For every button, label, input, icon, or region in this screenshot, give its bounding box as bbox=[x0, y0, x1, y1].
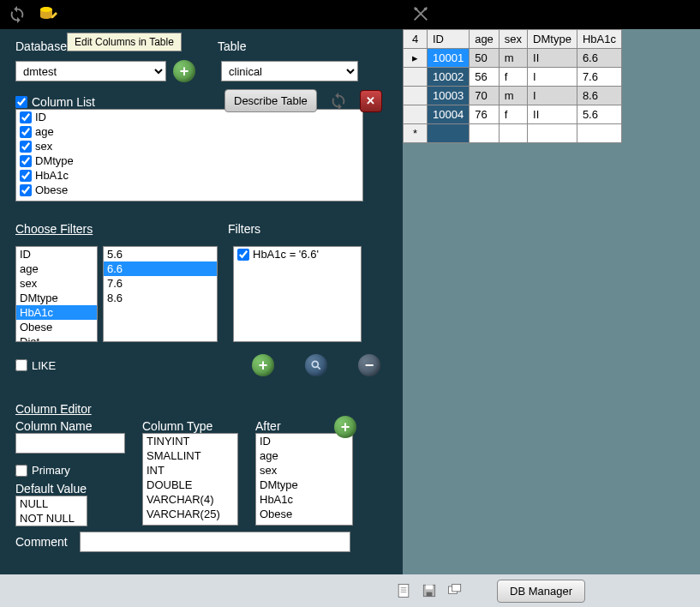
grid-cell[interactable]: 5.6 bbox=[577, 105, 621, 124]
remove-filter-button[interactable]: − bbox=[358, 354, 380, 376]
grid-cell[interactable]: 70 bbox=[470, 87, 500, 105]
grid-id-cell[interactable] bbox=[428, 124, 470, 143]
filter-values-list[interactable]: 5.66.67.68.6 bbox=[103, 246, 218, 342]
column-checkbox[interactable] bbox=[20, 184, 32, 196]
column-type-item[interactable]: SMALLINT bbox=[143, 448, 237, 463]
column-list-box[interactable]: IDagesexDMtypeHbA1cObese bbox=[15, 109, 363, 201]
grid-cell[interactable] bbox=[528, 124, 577, 143]
grid-cell[interactable]: 8.6 bbox=[577, 87, 621, 105]
grid-id-cell[interactable]: 10001 bbox=[428, 49, 470, 68]
row-marker[interactable] bbox=[404, 87, 428, 105]
after-item[interactable]: HbA1c bbox=[256, 492, 352, 507]
column-list-item[interactable]: Obese bbox=[16, 183, 362, 197]
primary-checkbox[interactable] bbox=[15, 465, 27, 477]
filter-value-item[interactable]: 7.6 bbox=[104, 276, 217, 291]
filter-column-item[interactable]: Obese bbox=[16, 320, 97, 334]
db-manager-button[interactable]: DB Manager bbox=[497, 580, 585, 603]
filter-column-item[interactable]: age bbox=[16, 261, 97, 276]
filter-column-item[interactable]: sex bbox=[16, 276, 97, 291]
column-name-input[interactable] bbox=[15, 433, 125, 454]
column-checkbox[interactable] bbox=[20, 155, 32, 167]
grid-header[interactable]: HbA1c bbox=[577, 30, 621, 49]
refresh-icon[interactable] bbox=[7, 4, 27, 25]
grid-cell[interactable]: m bbox=[499, 49, 527, 68]
default-item[interactable]: NULL bbox=[16, 496, 87, 511]
grid-header[interactable]: sex bbox=[499, 30, 527, 49]
after-item[interactable]: Obese bbox=[256, 507, 352, 521]
new-row-marker[interactable]: * bbox=[404, 124, 428, 143]
column-type-item[interactable]: INT bbox=[143, 463, 237, 478]
column-checkbox[interactable] bbox=[20, 141, 32, 153]
column-type-item[interactable]: VARCHAR(50) bbox=[143, 521, 237, 526]
column-list-item[interactable]: HbA1c bbox=[16, 168, 362, 183]
column-checkbox[interactable] bbox=[20, 170, 32, 182]
active-filter-item[interactable]: HbA1c = '6.6' bbox=[234, 247, 361, 261]
grid-cell[interactable]: II bbox=[528, 105, 577, 124]
default-value-list[interactable]: NULLNOT NULL bbox=[15, 496, 87, 526]
column-type-list[interactable]: TINYINTSMALLINTINTDOUBLEVARCHAR(4)VARCHA… bbox=[142, 433, 238, 526]
filter-columns-list[interactable]: IDagesexDMtypeHbA1cObeseDiet bbox=[15, 246, 98, 342]
grid-cell[interactable]: 76 bbox=[470, 105, 500, 124]
row-marker[interactable] bbox=[404, 68, 428, 87]
grid-id-cell[interactable]: 10002 bbox=[428, 68, 470, 87]
add-filter-button[interactable]: + bbox=[252, 354, 274, 376]
grid-header[interactable]: age bbox=[470, 30, 500, 49]
describe-table-button[interactable]: Describe Table bbox=[224, 89, 317, 112]
filter-value-item[interactable]: 5.6 bbox=[104, 247, 217, 261]
after-item[interactable]: age bbox=[256, 448, 352, 463]
grid-cell[interactable]: m bbox=[499, 87, 527, 105]
grid-cell[interactable]: 50 bbox=[470, 49, 500, 68]
save-icon[interactable] bbox=[420, 581, 439, 600]
active-filters-list[interactable]: HbA1c = '6.6' bbox=[233, 246, 362, 342]
column-list-item[interactable]: age bbox=[16, 124, 362, 139]
search-filter-button[interactable] bbox=[305, 354, 327, 376]
add-column-button[interactable]: + bbox=[334, 416, 356, 438]
filter-column-item[interactable]: Diet bbox=[16, 334, 97, 342]
add-database-button[interactable]: + bbox=[173, 60, 195, 82]
column-checkbox[interactable] bbox=[20, 111, 32, 123]
refresh-table-icon[interactable] bbox=[327, 90, 350, 112]
table-select[interactable]: clinical bbox=[221, 61, 358, 81]
column-list-toggle[interactable] bbox=[15, 96, 27, 108]
grid-cell[interactable] bbox=[577, 124, 621, 143]
column-list-item[interactable]: sex bbox=[16, 139, 362, 153]
column-list-item[interactable]: DMtype bbox=[16, 153, 362, 168]
grid-header[interactable]: DMtype bbox=[528, 30, 577, 49]
like-checkbox[interactable] bbox=[15, 359, 27, 371]
grid-cell[interactable]: I bbox=[528, 87, 577, 105]
row-marker[interactable] bbox=[404, 105, 428, 124]
data-grid[interactable]: 4IDagesexDMtypeHbA1c▸1000150mII6.6100025… bbox=[403, 29, 622, 143]
after-list[interactable]: IDagesexDMtypeHbA1cObeseDiet bbox=[255, 433, 353, 526]
grid-id-cell[interactable]: 10004 bbox=[428, 105, 470, 124]
filter-value-item[interactable]: 6.6 bbox=[104, 261, 217, 276]
column-type-item[interactable]: DOUBLE bbox=[143, 478, 237, 492]
database-select[interactable]: dmtest bbox=[15, 61, 166, 81]
default-item[interactable]: NOT NULL bbox=[16, 511, 87, 526]
row-marker[interactable]: ▸ bbox=[404, 49, 428, 68]
filter-checkbox[interactable] bbox=[237, 249, 249, 261]
close-button[interactable]: ✕ bbox=[360, 90, 382, 112]
database-edit-icon[interactable] bbox=[38, 4, 58, 25]
filter-column-item[interactable]: HbA1c bbox=[16, 305, 97, 320]
grid-cell[interactable]: 6.6 bbox=[577, 49, 621, 68]
after-item[interactable]: Diet bbox=[256, 521, 352, 526]
grid-cell[interactable]: II bbox=[528, 49, 577, 68]
column-type-item[interactable]: VARCHAR(4) bbox=[143, 492, 237, 507]
filter-value-item[interactable]: 8.6 bbox=[104, 291, 217, 305]
after-item[interactable]: sex bbox=[256, 463, 352, 478]
column-checkbox[interactable] bbox=[20, 126, 32, 138]
grid-cell[interactable] bbox=[470, 124, 500, 143]
filter-column-item[interactable]: DMtype bbox=[16, 291, 97, 305]
grid-cell[interactable]: 56 bbox=[470, 68, 500, 87]
column-type-item[interactable]: TINYINT bbox=[143, 434, 237, 448]
windows-icon[interactable] bbox=[446, 581, 464, 600]
grid-cell[interactable] bbox=[499, 124, 527, 143]
grid-cell[interactable]: I bbox=[528, 68, 577, 87]
grid-cell[interactable]: f bbox=[499, 68, 527, 87]
grid-cell[interactable]: 7.6 bbox=[577, 68, 621, 87]
grid-cell[interactable]: f bbox=[499, 105, 527, 124]
after-item[interactable]: DMtype bbox=[256, 478, 352, 492]
grid-header[interactable]: ID bbox=[428, 30, 470, 49]
column-type-item[interactable]: VARCHAR(25) bbox=[143, 507, 237, 521]
grid-id-cell[interactable]: 10003 bbox=[428, 87, 470, 105]
